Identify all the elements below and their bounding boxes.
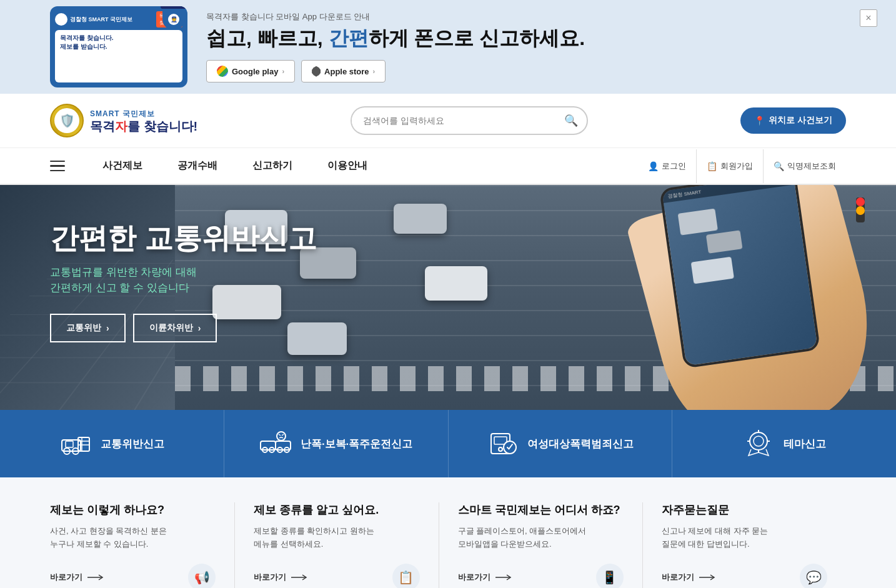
info-card-0: 제보는 이렇게 하나요? 사건, 사고 현장을 목격하신 분은누구나 제보할 수…	[50, 502, 235, 588]
hamburger-line-3	[50, 170, 65, 172]
banner-close-button[interactable]: ×	[860, 9, 877, 27]
quick-item-0[interactable]: 교통위반신고	[0, 410, 224, 477]
hero-traffic-arrow: ›	[106, 323, 109, 333]
signup-icon: 📋	[707, 161, 717, 171]
info-card-icon-0: 📢	[188, 564, 216, 588]
google-play-label: Google play	[232, 67, 278, 76]
info-card-arrow-3	[699, 574, 718, 581]
hero-subtitle-line1: 교통법규를 위반한 차량에 대해	[50, 266, 197, 278]
logo-main-red: 자	[115, 119, 127, 133]
svg-point-22	[754, 436, 764, 446]
nav-login[interactable]: 👤 로그인	[638, 149, 696, 183]
hero-motorcycle-arrow: ›	[198, 323, 201, 333]
nav-item-0[interactable]: 사건제보	[85, 148, 160, 184]
quick-label-1: 난폭·보복·폭주운전신고	[301, 437, 412, 451]
nav-items: 사건제보 공개수배 신고하기 이용안내	[85, 148, 638, 184]
info-card-arrow-0	[87, 574, 106, 581]
hamburger-line-1	[50, 161, 65, 162]
phone-screen-content: 경찰청 SMART	[662, 185, 817, 366]
phone-map	[664, 185, 818, 366]
hero-section: 경찰청 SMART 간편한 교통위반신고 교통법규를 위반한 차량에 대해 간편…	[0, 185, 896, 410]
info-card-desc-1: 제보할 종류를 확인하시고 원하는메뉴를 선택하세요.	[254, 525, 419, 551]
info-card-link-label-2: 바로가기	[458, 572, 490, 583]
banner-title: 쉽고, 빠르고, 간편하게 폰으로 신고하세요.	[206, 26, 846, 50]
google-play-button[interactable]: Google play ›	[206, 60, 295, 82]
apple-store-button[interactable]: Apple store ›	[301, 60, 386, 82]
quick-item-3[interactable]: 테마신고	[672, 410, 896, 477]
search-input[interactable]	[352, 109, 555, 132]
anon-search-icon: 🔍	[774, 161, 784, 171]
logo-main-text: 목격자를 찾습니다!	[90, 119, 197, 133]
banner-title-highlight: 간편	[329, 27, 369, 49]
info-card-footer-1: 바로가기 📋	[254, 564, 419, 588]
logo-text-area: SMART 국민제보 목격자를 찾습니다!	[90, 109, 197, 133]
apple-store-arrow: ›	[373, 67, 376, 75]
banner-title-part2: 하게 폰으로 신고하세요.	[369, 27, 585, 49]
phone-car-2	[706, 230, 743, 253]
hero-subtitle-line2: 간편하게 신고 할 수 있습니다	[50, 282, 189, 294]
banner-phone-body-text2: 제보를 받습니다.	[60, 42, 177, 51]
hero-title: 간편한 교통위반신고	[50, 222, 317, 254]
hero-traffic-label: 교통위반	[66, 322, 101, 334]
info-card-link-2[interactable]: 바로가기	[458, 572, 514, 583]
location-button[interactable]: 📍 위치로 사건보기	[740, 107, 846, 134]
phone-car-1	[678, 209, 718, 236]
mascot-character: 👮	[162, 6, 185, 30]
info-card-footer-3: 바로가기 💬	[662, 564, 827, 588]
phone-screen: 경찰청 SMART	[659, 185, 820, 369]
svg-rect-3	[66, 441, 73, 447]
hero-subtitle: 교통법규를 위반한 차량에 대해 간편하게 신고 할 수 있습니다	[50, 264, 317, 296]
hero-motorcycle-btn[interactable]: 이륜차위반 ›	[133, 314, 217, 342]
nav-item-3[interactable]: 이용안내	[310, 148, 385, 184]
quick-menu: 교통위반신고 난폭·보복·폭주운전신고	[0, 410, 896, 477]
info-card-link-0[interactable]: 바로가기	[50, 572, 106, 583]
info-card-title-2: 스마트 국민제보는 어디서 하죠?	[458, 502, 624, 517]
theme-report-icon	[742, 427, 775, 460]
info-card-1: 제보 종류를 알고 싶어요. 제보할 종류를 확인하시고 원하는메뉴를 선택하세…	[235, 502, 439, 588]
police-badge-icon	[55, 13, 67, 26]
hamburger-menu[interactable]	[50, 155, 72, 177]
police-emblem: 🛡️	[50, 104, 84, 137]
main-nav: 사건제보 공개수배 신고하기 이용안내 👤 로그인 📋 회원가입 🔍 익명제보조…	[0, 148, 896, 185]
location-button-label: 위치로 사건보기	[769, 115, 832, 126]
svg-point-21	[750, 432, 767, 450]
hero-phone-hand: 경찰청 SMART	[640, 185, 865, 410]
logo-main-part2: 를 찾습니다!	[127, 119, 197, 133]
hamburger-line-2	[50, 165, 65, 167]
phone-car-3	[691, 257, 734, 284]
google-play-arrow: ›	[282, 67, 284, 75]
car-6	[425, 266, 487, 301]
info-card-footer-0: 바로가기 📢	[50, 564, 216, 588]
info-card-arrow-1	[291, 574, 310, 581]
banner-phone-body: 목격자를 찾습니다. 제보를 받습니다.	[55, 30, 182, 82]
info-card-3: 자주묻는질문 신고나 제보에 대해 자주 묻는질문에 대한 답변입니다. 바로가…	[643, 502, 846, 588]
info-card-footer-2: 바로가기 📱	[458, 564, 624, 588]
info-card-icon-2: 📱	[596, 564, 624, 588]
search-button[interactable]: 🔍	[555, 107, 587, 134]
header-search-area: 🔍	[210, 106, 728, 135]
road-rage-icon	[259, 427, 292, 460]
svg-point-14	[277, 432, 286, 441]
apple-store-label: Apple store	[324, 67, 369, 76]
nav-item-1[interactable]: 공개수배	[160, 148, 235, 184]
info-card-link-label-1: 바로가기	[254, 572, 286, 583]
nav-anon-report[interactable]: 🔍 익명제보조회	[763, 149, 846, 183]
traffic-violation-icon	[59, 427, 92, 460]
site-header: 🛡️ SMART 국민제보 목격자를 찾습니다! 🔍 📍 위치로 사건보기	[0, 94, 896, 148]
banner-buttons: Google play › Apple store ›	[206, 60, 846, 82]
banner-content: 목격자를 찾습니다 모바일 App 다운로드 안내 쉽고, 빠르고, 간편하게 …	[206, 11, 846, 82]
hero-traffic-btn[interactable]: 교통위반 ›	[50, 314, 126, 342]
quick-item-2[interactable]: 여성대상폭력범죄신고	[449, 410, 673, 477]
info-card-link-1[interactable]: 바로가기	[254, 572, 310, 583]
info-card-title-3: 자주묻는질문	[662, 502, 827, 517]
banner-title-part1: 쉽고, 빠르고,	[206, 27, 329, 49]
nav-signup[interactable]: 📋 회원가입	[696, 149, 763, 183]
info-card-arrow-2	[495, 574, 514, 581]
nav-item-2[interactable]: 신고하기	[235, 148, 310, 184]
anon-label: 익명제보조회	[787, 161, 836, 172]
svg-point-19	[499, 447, 502, 451]
quick-item-1[interactable]: 난폭·보복·폭주운전신고	[224, 410, 449, 477]
login-icon: 👤	[648, 161, 659, 171]
svg-line-16	[282, 434, 284, 436]
info-card-link-3[interactable]: 바로가기	[662, 572, 718, 583]
